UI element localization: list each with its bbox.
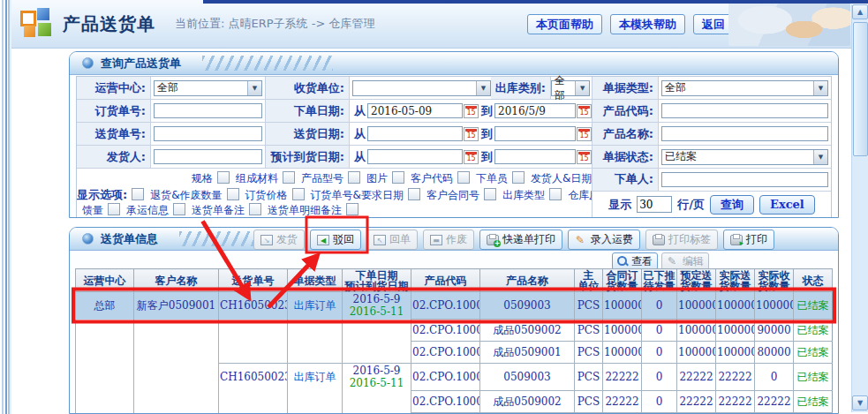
display-options-label: 显示选项: [77, 188, 127, 201]
doc-type-select[interactable]: 全部▼ [661, 80, 828, 96]
scroll-up-icon[interactable]: ▲ [852, 4, 868, 19]
table-cell: PCS [575, 292, 603, 320]
column-header[interactable]: 产品代码 [411, 269, 480, 292]
table-cell: 100000 [603, 320, 642, 342]
calendar-icon[interactable] [577, 150, 592, 164]
query-button[interactable]: 查询 [710, 195, 754, 215]
view-button[interactable]: 查看 [612, 252, 658, 270]
delivery-date-to-input[interactable] [494, 126, 576, 141]
calendar-icon[interactable] [577, 104, 592, 118]
column-header[interactable]: 产品名称 [480, 269, 575, 292]
delivery-date-from-input[interactable] [367, 126, 463, 141]
expected-date-to-input[interactable] [494, 149, 576, 164]
table-row[interactable]: 02.CPO.10004成品0509002PCS2222202222222222… [76, 391, 833, 413]
table-cell: 100000 [716, 292, 755, 320]
column-header[interactable]: 下单日期 预计到货日期 [343, 269, 411, 292]
order-no-input[interactable] [154, 103, 262, 118]
display-option-checkbox[interactable] [484, 188, 496, 200]
column-header[interactable]: 预定送 货数量 [677, 269, 716, 292]
display-option-checkbox[interactable] [348, 171, 360, 184]
orderer-input[interactable] [661, 172, 828, 187]
delivery-no-input[interactable] [154, 126, 262, 141]
column-header[interactable]: 实际收 货数量 [755, 269, 794, 292]
display-option-checkbox[interactable] [408, 188, 420, 200]
operation-center-select[interactable]: 全部▼ [154, 80, 262, 96]
expected-date-label: 预计到货日期: [266, 146, 350, 169]
chevron-down-icon: ▼ [247, 81, 261, 95]
table-row[interactable]: CH160500231出库订单2016-5-92016-5-1102.CPO.1… [76, 364, 833, 391]
query-panel-header: 查询产品送货单 [70, 52, 838, 75]
calendar-icon[interactable] [577, 127, 592, 141]
order-date-to-input[interactable] [494, 103, 576, 118]
display-option-checkbox[interactable] [227, 188, 239, 200]
display-option-checkbox[interactable] [457, 171, 470, 184]
column-header[interactable]: 主 单位 [575, 269, 603, 292]
express-print-button[interactable]: 快递单打印 [479, 230, 562, 250]
print-button[interactable]: 打印 [723, 230, 774, 250]
column-header[interactable]: 已下推 待发量 [642, 269, 677, 292]
pencil-icon [575, 235, 587, 245]
page-help-button[interactable]: 本页面帮助 [527, 14, 602, 34]
product-name-input[interactable] [661, 126, 828, 141]
table-cell: 22222 [677, 364, 716, 391]
table-cell [134, 320, 219, 342]
column-header[interactable]: 单据类型 [288, 269, 343, 292]
shipper-input[interactable] [154, 149, 262, 164]
freight-entry-button[interactable]: 录入运费 [568, 230, 640, 250]
display-option-checkbox[interactable] [512, 171, 525, 184]
table-cell [219, 342, 288, 364]
reject-button[interactable]: 驳回 [310, 230, 361, 250]
out-category-label: 出库类别: [491, 77, 551, 99]
display-option-checkbox[interactable] [173, 203, 185, 215]
table-cell: 出库订单 [288, 364, 343, 391]
receipt-button: 回单 [366, 230, 418, 250]
excel-button[interactable]: Excel [759, 195, 815, 215]
display-option-checkbox[interactable] [108, 203, 120, 215]
column-header[interactable]: 实际送 货数量 [716, 269, 755, 292]
column-header[interactable]: 运营中心 [76, 269, 134, 292]
order-date-from-input[interactable] [367, 103, 463, 118]
table-cell [134, 342, 219, 364]
table-cell: 100000 [677, 342, 716, 364]
display-option-checkbox[interactable] [549, 188, 562, 200]
page-scrollbar[interactable]: ▲ ▼ [851, 4, 868, 412]
table-cell [343, 320, 411, 342]
header-buttons: 本页面帮助 本模块帮助 返回 [527, 14, 734, 34]
column-header[interactable]: 状态 [794, 269, 833, 292]
calendar-icon[interactable] [464, 150, 479, 164]
table-cell: 02.CPO.10004 [411, 320, 480, 342]
table-cell: 新客户0509001 [134, 292, 219, 320]
table-cell: 22222 [603, 364, 642, 391]
delivery-panel-title: 送货单信息 [101, 231, 158, 247]
table-cell: 22222 [603, 391, 642, 413]
table-cell: 已结案 [794, 391, 833, 413]
out-category-select[interactable]: 全部▼ [551, 80, 590, 96]
calendar-icon[interactable] [464, 127, 479, 141]
scrollbar-thumb[interactable] [853, 22, 868, 156]
column-header[interactable]: 合同订 货数量 [603, 269, 642, 292]
display-option-checkbox[interactable] [292, 188, 305, 200]
table-row[interactable]: 02.CPO.10004成品0509002PCS1000000100000100… [76, 320, 833, 342]
column-header[interactable]: 客户名称 [134, 269, 219, 292]
receiver-select[interactable]: ▼ [352, 80, 491, 96]
display-option-checkbox[interactable] [132, 188, 144, 200]
product-code-input[interactable] [661, 103, 828, 118]
display-option-checkbox[interactable] [392, 171, 404, 184]
display-option-checkbox[interactable] [249, 203, 261, 215]
table-cell [76, 364, 134, 391]
table-row-selected[interactable]: 总部新客户0509001CH160500232出库订单2016-5-92016-… [76, 292, 833, 320]
display-option-checkbox[interactable] [346, 203, 359, 215]
scroll-down-icon[interactable]: ▼ [852, 395, 868, 410]
column-header[interactable]: 送货单号 [219, 269, 288, 292]
doc-status-select[interactable]: 已结案▼ [661, 149, 828, 165]
calendar-icon[interactable] [464, 104, 479, 118]
page-size-input[interactable] [637, 196, 672, 213]
display-option-checkbox[interactable] [217, 171, 230, 184]
app-logo-icon [20, 8, 54, 40]
expected-date-from-input[interactable] [367, 149, 463, 164]
table-row[interactable]: 02.CPO.10003成品0509001PCS1000000100000100… [76, 342, 833, 364]
receipt-button-label: 回单 [389, 232, 411, 247]
module-help-button[interactable]: 本模块帮助 [610, 14, 685, 34]
table-cell: 0 [642, 292, 677, 320]
display-option-checkbox[interactable] [283, 171, 295, 184]
